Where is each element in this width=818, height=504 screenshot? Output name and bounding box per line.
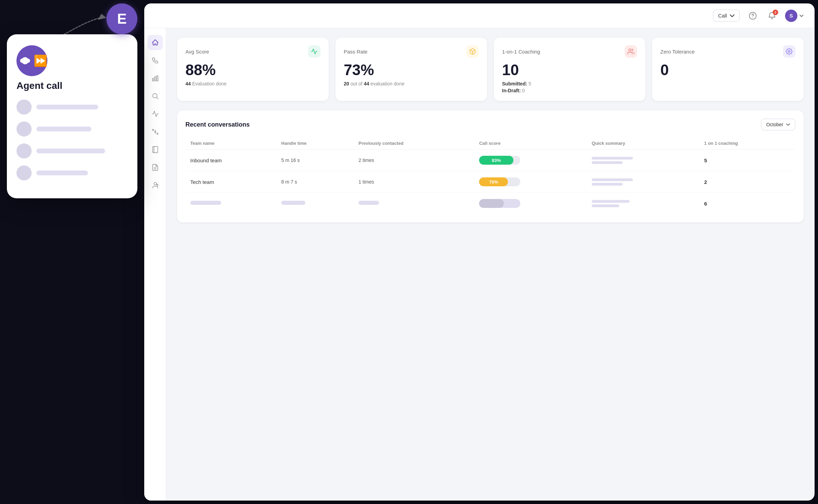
notification-button[interactable]: 2 xyxy=(766,10,778,22)
avg-score-header: Avg Score xyxy=(185,45,320,58)
skeleton-bar-2 xyxy=(36,127,91,131)
avg-score-sub: 44 Evaluation done xyxy=(185,81,320,86)
recent-title: Recent conversations xyxy=(185,121,250,128)
document-icon xyxy=(151,164,159,171)
call-dropdown[interactable]: Call xyxy=(713,10,740,22)
question-icon xyxy=(749,12,757,20)
avg-score-label: Avg Score xyxy=(185,49,209,55)
activity-icon xyxy=(151,110,159,118)
pass-rate-label: Pass Rate xyxy=(344,49,367,55)
chevron-down-icon xyxy=(730,13,735,18)
col-previously-contacted: Previously contacted xyxy=(354,137,474,150)
phone-icon xyxy=(151,57,159,64)
home-icon xyxy=(151,39,159,46)
cell-summary xyxy=(587,150,700,171)
col-handle-time: Handle time xyxy=(276,137,354,150)
box-icon xyxy=(469,48,476,55)
e-avatar: E xyxy=(106,3,137,34)
call-dropdown-label: Call xyxy=(718,13,727,19)
col-call-score: Call score xyxy=(474,137,587,150)
pass-rate-card: Pass Rate 73% 20 out of 44 evaluation do… xyxy=(336,38,487,101)
user-chevron-icon xyxy=(799,14,804,17)
svg-point-11 xyxy=(152,129,154,131)
recent-header: Recent conversations October xyxy=(185,119,795,130)
conversations-table: Team name Handle time Previously contact… xyxy=(185,137,795,214)
skeleton-bar-1 xyxy=(36,105,98,109)
svg-marker-0 xyxy=(98,14,106,20)
coaching-sub: Submitted: 5 In-Draft: 0 xyxy=(502,81,637,93)
user-add-icon xyxy=(151,181,159,189)
cell-prev: 1 times xyxy=(354,171,474,193)
cell-coaching: 5 xyxy=(700,150,795,171)
sidebar-item-book[interactable] xyxy=(148,142,163,157)
table-row: 6 xyxy=(185,193,795,214)
col-coaching: 1 on 1 coaching xyxy=(700,137,795,150)
sidebar-item-user-add[interactable] xyxy=(148,178,163,193)
coaching-card: 1-on-1 Coaching 10 xyxy=(494,38,645,101)
header: Call 2 xyxy=(144,3,815,28)
person-icon xyxy=(627,48,634,55)
col-quick-summary: Quick summary xyxy=(587,137,700,150)
table-header-row: Team name Handle time Previously contact… xyxy=(185,137,795,150)
agent-call-title: Agent call xyxy=(16,80,128,91)
sidebar-item-analytics[interactable] xyxy=(148,71,163,86)
cell-summary xyxy=(587,171,700,193)
table-row: Tech team 8 m 7 s 1 times 70% 2 xyxy=(185,171,795,193)
settings-icon xyxy=(786,48,793,55)
svg-rect-8 xyxy=(157,76,158,81)
body-layout: Avg Score 88% 44 Evaluation done xyxy=(144,28,815,501)
pass-rate-header: Pass Rate xyxy=(344,45,479,58)
help-button[interactable] xyxy=(747,10,759,22)
avg-score-value: 88% xyxy=(185,62,320,78)
cell-team: Tech team xyxy=(185,171,276,193)
skeleton-row-4 xyxy=(16,165,128,180)
month-dropdown[interactable]: October xyxy=(761,119,795,130)
bar-chart-icon xyxy=(151,74,159,82)
coaching-value: 10 xyxy=(502,62,637,78)
sidebar-item-activity[interactable] xyxy=(148,106,163,121)
coaching-draft: In-Draft: 0 xyxy=(502,88,637,93)
cell-summary xyxy=(587,193,700,214)
col-team-name: Team name xyxy=(185,137,276,150)
cell-team xyxy=(185,193,276,214)
headset-icon xyxy=(16,52,34,69)
svg-point-23 xyxy=(629,49,631,51)
cell-prev xyxy=(354,193,474,214)
filter-icon xyxy=(151,128,159,136)
month-label: October xyxy=(766,122,783,127)
skeleton-bar-3 xyxy=(36,149,105,153)
skeleton-row-1 xyxy=(16,99,128,115)
cell-handle xyxy=(276,193,354,214)
svg-point-3 xyxy=(26,59,30,63)
zero-tolerance-card: Zero Tolerance 0 xyxy=(652,38,804,101)
cell-handle: 5 m 16 s xyxy=(276,150,354,171)
avg-score-card: Avg Score 88% 44 Evaluation done xyxy=(177,38,329,101)
user-menu[interactable]: S xyxy=(785,10,804,22)
svg-point-24 xyxy=(788,51,790,52)
coaching-icon xyxy=(625,45,637,58)
avg-score-icon xyxy=(308,45,320,58)
main-window: Call 2 xyxy=(144,3,815,501)
sidebar-item-home[interactable] xyxy=(148,35,163,50)
svg-point-2 xyxy=(20,59,24,63)
svg-point-12 xyxy=(157,133,158,134)
sidebar-item-search[interactable] xyxy=(148,89,163,104)
coaching-header: 1-on-1 Coaching xyxy=(502,45,637,58)
agent-call-icon: ⏩ xyxy=(16,45,47,76)
coaching-submitted: Submitted: 5 xyxy=(502,81,637,86)
sidebar-item-document[interactable] xyxy=(148,160,163,175)
agent-call-card: ⏩ Agent call xyxy=(7,34,137,198)
skeleton-bar-4 xyxy=(36,171,88,175)
svg-rect-6 xyxy=(152,78,154,81)
svg-point-5 xyxy=(752,17,753,17)
sidebar-item-phone[interactable] xyxy=(148,53,163,68)
zero-tolerance-value: 0 xyxy=(660,62,795,78)
sidebar-item-filter[interactable] xyxy=(148,124,163,139)
zero-tolerance-header: Zero Tolerance xyxy=(660,45,795,58)
pass-rate-icon xyxy=(466,45,479,58)
cell-prev: 2 times xyxy=(354,150,474,171)
search-icon xyxy=(151,92,159,100)
cell-coaching: 6 xyxy=(700,193,795,214)
cell-score: 70% xyxy=(474,171,587,193)
cell-score: 83% xyxy=(474,150,587,171)
